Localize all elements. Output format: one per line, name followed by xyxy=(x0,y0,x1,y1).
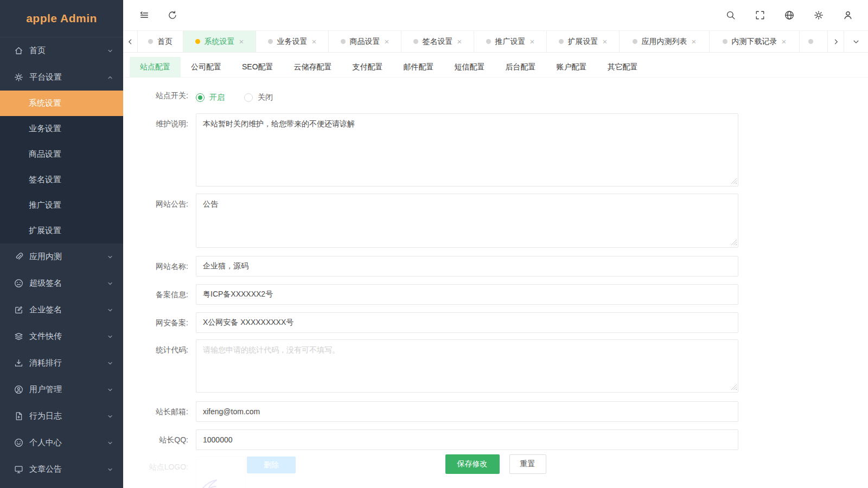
sidebar-item-user-management[interactable]: 用户管理 xyxy=(0,376,123,403)
tabbar-tab-product-settings[interactable]: 商品设置 × xyxy=(329,31,401,52)
fullscreen-icon[interactable] xyxy=(755,10,765,20)
sidebar-item-behavior-log[interactable]: 行为日志 xyxy=(0,403,123,429)
tab-dot-icon xyxy=(195,39,200,44)
tab-dot-icon xyxy=(268,39,273,44)
reset-button[interactable]: 重置 xyxy=(509,454,546,474)
icp-record-input[interactable] xyxy=(196,284,738,305)
collapse-sidebar-icon[interactable] xyxy=(139,10,149,20)
sidebar-item-label: 消耗排行 xyxy=(29,358,107,368)
config-tab-seo[interactable]: SEO配置 xyxy=(232,57,284,78)
sidebar-item-system-settings[interactable]: 系统设置 xyxy=(0,91,123,116)
sidebar-item-file-transfer[interactable]: 文件快传 xyxy=(0,323,123,350)
tab-close-icon[interactable]: × xyxy=(782,37,787,46)
tab-close-icon[interactable]: × xyxy=(385,37,390,46)
refresh-icon[interactable] xyxy=(168,10,177,20)
chevron-down-icon xyxy=(107,466,113,473)
sidebar-item-personal-center[interactable]: 个人中心 xyxy=(0,429,123,456)
tab-close-icon[interactable]: × xyxy=(239,37,244,46)
tab-close-icon[interactable]: × xyxy=(312,37,317,46)
document-icon xyxy=(14,412,23,421)
maintenance-textarea[interactable]: 本站暂时关闭维护，给您带来的不便还请谅解 xyxy=(196,113,738,187)
config-tab-company[interactable]: 公司配置 xyxy=(181,57,232,78)
main-area: 首页 系统设置 × 业务设置 × 商品设置 × xyxy=(123,0,868,488)
form-row-webmaster-qq: 站长QQ: xyxy=(136,429,868,450)
notice-textarea[interactable]: 公告 xyxy=(196,194,738,248)
sidebar-item-enterprise-signature[interactable]: 企业签名 xyxy=(0,297,123,323)
form-row-site-switch: 站点开关: 开启 关闭 xyxy=(136,87,868,106)
sidebar-item-label: 文章公告 xyxy=(29,464,107,474)
form-row-icp: 备案信息: xyxy=(136,284,868,305)
app-logo: apple Admin xyxy=(0,0,123,37)
sidebar-item-super-signature[interactable]: 超级签名 xyxy=(0,270,123,297)
tabbar-scroll-right-icon[interactable] xyxy=(828,31,844,52)
sidebar-item-label: 平台设置 xyxy=(29,72,107,82)
sidebar-item-platform-settings[interactable]: 平台设置 xyxy=(0,64,123,91)
tabbar-scroll-left-icon[interactable] xyxy=(123,31,138,52)
tabbar-tab-promotion-settings[interactable]: 推广设置 × xyxy=(474,31,547,52)
stats-code-textarea[interactable] xyxy=(196,339,738,393)
tab-label: 应用内测列表 xyxy=(642,37,687,47)
site-switch-radio-group: 开启 关闭 xyxy=(196,89,738,106)
sidebar-item-signature-settings[interactable]: 签名设置 xyxy=(0,167,123,192)
tab-close-icon[interactable]: × xyxy=(457,37,462,46)
tabbar-tab-home[interactable]: 首页 xyxy=(138,31,183,52)
field-label: 网站公告: xyxy=(136,194,188,214)
config-tab-site[interactable]: 站点配置 xyxy=(130,57,181,78)
sidebar-item-extension-settings[interactable]: 扩展设置 xyxy=(0,218,123,243)
webmaster-email-input[interactable] xyxy=(196,401,738,422)
config-tab-cloud-storage[interactable]: 云储存配置 xyxy=(284,57,342,78)
tabbar-tab-beta-download-log[interactable]: 内测下载记录 × xyxy=(710,31,800,52)
field-label: 统计代码: xyxy=(136,339,188,360)
sidebar-item-promotion-settings[interactable]: 推广设置 xyxy=(0,192,123,218)
tabbar-tab-system-settings[interactable]: 系统设置 × xyxy=(183,31,256,52)
tab-close-icon[interactable]: × xyxy=(530,37,535,46)
sidebar-item-business-settings[interactable]: 业务设置 xyxy=(0,116,123,142)
form-row-police-record: 网安备案: xyxy=(136,312,868,333)
gear-icon xyxy=(14,73,23,82)
webmaster-qq-input[interactable] xyxy=(196,429,738,450)
site-name-input[interactable] xyxy=(196,256,738,277)
user-icon[interactable] xyxy=(843,10,853,20)
tabbar-tab-signature-settings[interactable]: 签名设置 × xyxy=(401,31,474,52)
edit-icon xyxy=(14,305,23,314)
field-label: 网站名称: xyxy=(136,256,188,277)
site-switch-radio-off[interactable]: 关闭 xyxy=(244,93,273,102)
chevron-down-icon xyxy=(107,440,113,446)
save-button[interactable]: 保存修改 xyxy=(445,454,500,474)
sidebar-item-article-announcement[interactable]: 文章公告 xyxy=(0,456,123,483)
tabbar-tab-clipped[interactable] xyxy=(800,31,828,52)
search-icon[interactable] xyxy=(726,10,736,20)
sidebar-item-home[interactable]: 首页 xyxy=(0,37,123,64)
field-label: 维护说明: xyxy=(136,113,188,134)
config-tab-other[interactable]: 其它配置 xyxy=(597,57,648,78)
chevron-down-icon xyxy=(107,413,113,420)
tab-dot-icon xyxy=(413,39,418,44)
chevron-up-icon xyxy=(107,74,113,81)
site-switch-radio-on[interactable]: 开启 xyxy=(196,93,225,102)
tab-close-icon[interactable]: × xyxy=(603,37,608,46)
sidebar-item-app-beta[interactable]: 应用内测 xyxy=(0,243,123,270)
config-tab-mail[interactable]: 邮件配置 xyxy=(393,57,444,78)
config-tab-account[interactable]: 账户配置 xyxy=(546,57,597,78)
tab-close-icon[interactable]: × xyxy=(692,37,697,46)
tabbar-tab-extension-settings[interactable]: 扩展设置 × xyxy=(547,31,620,52)
sidebar-item-consumption-ranking[interactable]: 消耗排行 xyxy=(0,350,123,376)
tabbar-tab-business-settings[interactable]: 业务设置 × xyxy=(256,31,329,52)
monitor-icon xyxy=(14,465,23,474)
config-tab-sms[interactable]: 短信配置 xyxy=(444,57,495,78)
tab-label: 系统设置 xyxy=(205,37,235,47)
config-tab-payment[interactable]: 支付配置 xyxy=(342,57,393,78)
globe-icon[interactable] xyxy=(784,10,794,20)
tabbar-tab-app-beta-list[interactable]: 应用内测列表 × xyxy=(620,31,710,52)
tabbar-dropdown-icon[interactable] xyxy=(844,31,868,52)
chevron-down-icon xyxy=(107,254,113,260)
config-tab-backend[interactable]: 后台配置 xyxy=(495,57,546,78)
config-tabs: 站点配置 公司配置 SEO配置 云储存配置 支付配置 邮件配置 短信配置 后台配… xyxy=(123,53,868,78)
user-circle-icon xyxy=(14,385,23,394)
frown-icon xyxy=(14,279,23,288)
police-record-input[interactable] xyxy=(196,312,738,333)
settings-gear-icon[interactable] xyxy=(814,10,824,20)
sidebar-item-label: 行为日志 xyxy=(29,411,107,421)
radio-label: 开启 xyxy=(209,93,225,102)
sidebar-item-product-settings[interactable]: 商品设置 xyxy=(0,142,123,167)
